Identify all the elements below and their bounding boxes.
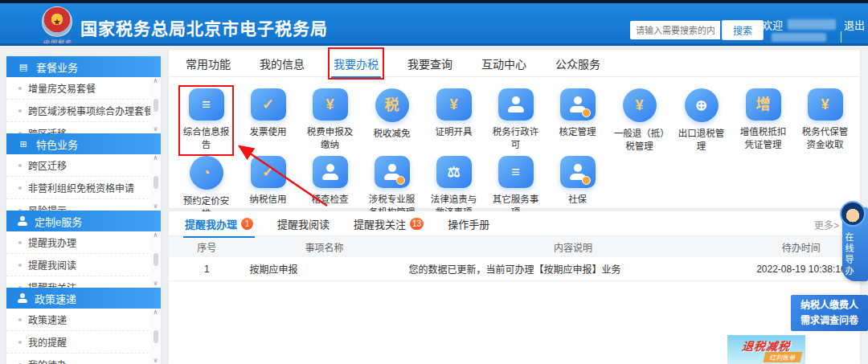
survey-banner-line2: 需求调查问卷 bbox=[800, 313, 858, 329]
promo-banner-tag: 红利账单 bbox=[763, 352, 802, 362]
person-gear-icon bbox=[560, 156, 596, 188]
page-title: 国家税务总局北京市电子税务局 bbox=[80, 15, 328, 39]
person-gear-icon bbox=[375, 156, 410, 188]
scrollbar[interactable]: ∧∨ bbox=[150, 77, 161, 133]
sidebar-item[interactable]: 提醒我关注 bbox=[6, 276, 161, 288]
chevron-up-icon[interactable]: ∧ bbox=[154, 78, 158, 84]
sidebar-section-header[interactable]: 政策速递 bbox=[6, 288, 161, 309]
icon-glyph: 增 bbox=[756, 97, 771, 112]
reminder-tab-操作手册[interactable]: 操作手册 bbox=[446, 212, 491, 235]
chevron-down-icon[interactable]: ∨ bbox=[154, 126, 158, 133]
icon-glyph: ✓ bbox=[262, 165, 274, 179]
sidebar-item-label: 增量房交易套餐 bbox=[28, 81, 96, 95]
scrollbar-thumb[interactable] bbox=[154, 99, 158, 112]
more-link[interactable]: 更多> bbox=[814, 218, 839, 231]
nav-tab-公众服务[interactable]: 公众服务 bbox=[553, 51, 603, 76]
nav-tab-互动中心[interactable]: 互动中心 bbox=[479, 51, 529, 76]
scrollbar-thumb[interactable] bbox=[154, 176, 158, 189]
function-item-增值税抵扣凭证管理[interactable]: 增增值税抵扣凭证管理 bbox=[737, 87, 789, 154]
sidebar-item-label: 提醒我办理 bbox=[28, 235, 76, 249]
wallet-yuan-icon: ¥ bbox=[313, 88, 348, 121]
scrollbar[interactable]: ∧∨ bbox=[150, 154, 161, 211]
sidebar-item[interactable]: 跨区域涉税事项综合办理套餐 bbox=[6, 100, 161, 122]
function-item-税务代保管资金收取[interactable]: ¥税务代保管资金收取 bbox=[799, 87, 851, 154]
hand-moneybag-icon: ¥ bbox=[808, 88, 843, 121]
function-item-税务行政许可[interactable]: 税务行政许可 bbox=[489, 87, 542, 154]
scrollbar[interactable]: ∧∨ bbox=[150, 231, 161, 288]
sidebar-section-list: 提醒我办理提醒我阅读提醒我关注∧∨ bbox=[6, 231, 161, 288]
search-input[interactable] bbox=[630, 21, 720, 39]
main-panel: 常用功能我的信息我要办税我要查询互动中心公众服务 ≡综合信息报告✓发票使用¥税费… bbox=[169, 50, 860, 208]
person-icon bbox=[18, 216, 27, 226]
chevron-up-icon[interactable]: ∧ bbox=[154, 155, 158, 162]
nav-tab-我要查询[interactable]: 我要查询 bbox=[405, 51, 455, 76]
chevron-down-icon[interactable]: ∨ bbox=[154, 358, 158, 364]
sidebar-section-header[interactable]: ⊞特色业务 bbox=[6, 133, 161, 154]
vat-voucher-icon: 增 bbox=[746, 88, 781, 121]
scrollbar[interactable]: ∧∨ bbox=[150, 309, 161, 364]
nav-tab-我要办税[interactable]: 我要办税 bbox=[331, 51, 381, 76]
icon-glyph: ¥ bbox=[635, 98, 643, 112]
sidebar-section-header[interactable]: 定制e服务 bbox=[6, 211, 161, 231]
gauge-circle-icon: ◔ bbox=[190, 156, 223, 190]
function-item-核定管理[interactable]: 核定管理 bbox=[551, 87, 604, 154]
search-box: 搜索 bbox=[630, 20, 764, 40]
search-button[interactable]: 搜索 bbox=[722, 20, 764, 40]
logout-button[interactable]: 退出 bbox=[844, 17, 865, 32]
reminder-tab-提醒我阅读[interactable]: 提醒我阅读 bbox=[276, 212, 331, 235]
sidebar-item[interactable]: 增量房交易套餐 bbox=[6, 77, 161, 100]
clipboard-icon: ≡ bbox=[498, 156, 534, 188]
table-cell: 1 bbox=[169, 264, 245, 275]
function-item-税费申报及缴纳[interactable]: ¥税费申报及缴纳 bbox=[304, 87, 356, 154]
nav-tab-常用功能[interactable]: 常用功能 bbox=[183, 51, 233, 76]
sidebar-item[interactable]: 非营利组织免税资格申请 bbox=[6, 177, 161, 199]
online-guide-widget[interactable]: 在线导办 bbox=[842, 207, 868, 281]
chevron-up-icon[interactable]: ∧ bbox=[154, 309, 158, 316]
sidebar-item[interactable]: 我的待办 bbox=[6, 354, 161, 364]
reminder-tab-label: 提醒我办理 bbox=[185, 216, 237, 231]
sidebar-section-title: 政策速递 bbox=[35, 291, 76, 306]
reminder-tab-提醒我关注[interactable]: 提醒我关注13 bbox=[352, 212, 425, 235]
sidebar-item[interactable]: 风险提示 bbox=[6, 199, 161, 211]
function-item-发票使用[interactable]: ✓发票使用 bbox=[242, 87, 294, 154]
scrollbar-thumb[interactable] bbox=[154, 253, 158, 266]
sidebar-item[interactable]: 提醒我阅读 bbox=[6, 254, 161, 276]
person-icon bbox=[18, 293, 27, 303]
scrollbar-thumb[interactable] bbox=[154, 330, 158, 343]
table-row[interactable]: 1按期应申报您的数据已更新，当前可办理【按期应申报】业务2022-08-19 1… bbox=[169, 257, 860, 281]
chevron-up-icon[interactable]: ∧ bbox=[154, 232, 158, 239]
sidebar-item-label: 跨区迁移 bbox=[28, 126, 67, 133]
sidebar-section-header[interactable]: ▤套餐业务 bbox=[6, 56, 161, 77]
sidebar-item[interactable]: 政策速递 bbox=[6, 309, 161, 331]
tax-coin-circle-icon: 税 bbox=[375, 88, 409, 122]
function-item-综合信息报告[interactable]: ≡综合信息报告 bbox=[180, 87, 232, 154]
gear-icon bbox=[582, 108, 591, 117]
reminder-tab-label: 操作手册 bbox=[448, 216, 489, 231]
sidebar-item[interactable]: 提醒我办理 bbox=[6, 231, 161, 254]
reminder-table: 序号事项名称内容说明待办时间1按期应申报您的数据已更新，当前可办理【按期应申报】… bbox=[169, 236, 860, 281]
chevron-down-icon[interactable]: ∨ bbox=[154, 203, 158, 210]
sidebar-item[interactable]: 我的提醒 bbox=[6, 331, 161, 354]
icon-glyph: 税 bbox=[385, 98, 399, 112]
sidebar-section-3: 政策速递政策速递我的提醒我的待办∧∨ bbox=[6, 288, 161, 364]
survey-banner[interactable]: 纳税人缴费人 需求调查问卷 bbox=[791, 295, 868, 331]
reminder-tab-提醒我办理[interactable]: 提醒我办理1 bbox=[183, 212, 255, 235]
chevron-down-icon[interactable]: ∨ bbox=[154, 280, 158, 287]
sidebar-item[interactable]: 跨区迁移 bbox=[6, 154, 161, 177]
sidebar-item-label: 提醒我阅读 bbox=[28, 258, 76, 272]
ticket-check-icon: ✓ bbox=[251, 88, 286, 121]
function-item-出口退税管理[interactable]: ⊕出口退税管理 bbox=[675, 87, 727, 154]
icon-glyph: ¥ bbox=[326, 97, 334, 112]
function-item-label: 纳税信用 bbox=[250, 194, 287, 207]
stamp-icon bbox=[313, 156, 348, 188]
sidebar-item[interactable]: 跨区迁移 bbox=[6, 122, 161, 133]
sidebar-section-1: ⊞特色业务跨区迁移非营利组织免税资格申请风险提示∧∨ bbox=[6, 133, 161, 211]
nav-tab-我的信息[interactable]: 我的信息 bbox=[257, 51, 307, 76]
function-item-税收减免[interactable]: 税税收减免 bbox=[366, 87, 418, 154]
tax-bureau-logo: ★ 中国税务 bbox=[39, 6, 76, 47]
globe-circle-icon: ⊕ bbox=[685, 88, 719, 122]
promo-banner[interactable]: 退税减税 红利账单 bbox=[727, 335, 805, 364]
function-item-证明开具[interactable]: ¥证明开具 bbox=[428, 87, 480, 154]
function-item-一般退（抵）税管理[interactable]: ¥一般退（抵）税管理 bbox=[613, 87, 665, 154]
function-item-label: 出口退税管理 bbox=[675, 128, 727, 153]
